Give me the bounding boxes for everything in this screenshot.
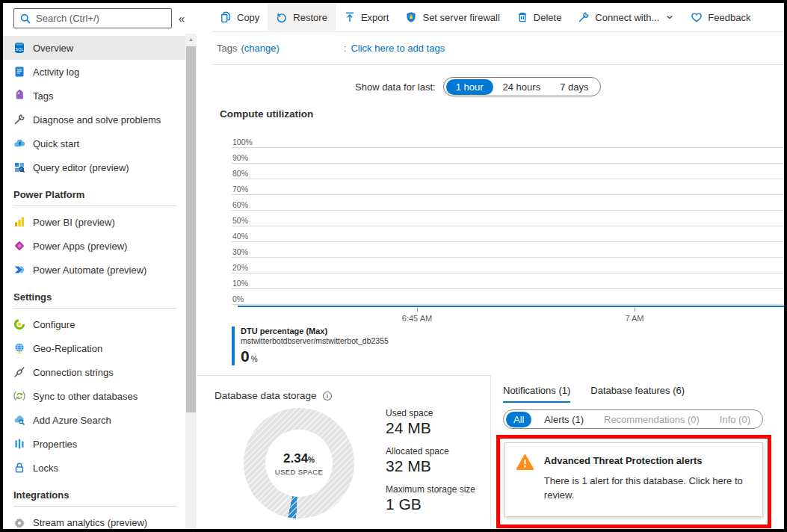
lock-icon xyxy=(13,462,25,474)
chevron-down-icon xyxy=(665,13,674,22)
search-box[interactable] xyxy=(13,8,172,28)
filter-all[interactable]: All xyxy=(506,412,531,427)
dtu-series-line xyxy=(238,306,784,307)
sidebar-item-sync-databases[interactable]: Sync to other databases xyxy=(3,384,185,408)
gridline: 20% xyxy=(232,273,784,273)
legend-text: DTU percentage (Max) mstwitterbotdbserve… xyxy=(241,327,389,365)
search-icon xyxy=(19,13,31,25)
sync-icon xyxy=(13,390,25,402)
filter-alerts[interactable]: Alerts (1) xyxy=(537,412,591,427)
storage-stats: Used space 24 MB Allocated space 32 MB M… xyxy=(386,408,475,522)
export-button[interactable]: Export xyxy=(336,4,398,31)
divider xyxy=(13,308,176,309)
bottom-panels: Database data storage 2.34% USED SPACE xyxy=(197,375,784,529)
sidebar-item-label: Diagnose and solve problems xyxy=(33,114,161,126)
filter-info[interactable]: Info (0) xyxy=(712,412,758,427)
sidebar-item-connection-strings[interactable]: Connection strings xyxy=(3,360,185,384)
restore-button[interactable]: Restore xyxy=(268,4,336,31)
azure-sql-database-overview-window: « SQL Overview Activity log Tags Dia xyxy=(0,0,787,532)
y-tick-label: 90% xyxy=(232,153,248,162)
y-tick-label: 50% xyxy=(232,216,248,225)
sidebar-item-activity-log[interactable]: Activity log xyxy=(3,60,185,84)
connect-with-button[interactable]: Connect with... xyxy=(570,4,682,31)
set-server-firewall-button[interactable]: Set server firewall xyxy=(397,4,507,31)
export-icon xyxy=(344,11,356,23)
y-tick-label: 100% xyxy=(232,137,253,146)
shield-lock-icon xyxy=(405,11,417,23)
button-label: Connect with... xyxy=(595,12,659,23)
sidebar-item-quick-start[interactable]: Quick start xyxy=(3,132,185,155)
copy-button[interactable]: Copy xyxy=(212,4,268,31)
sidebar-item-power-automate[interactable]: Power Automate (preview) xyxy=(3,258,185,282)
stat-label: Allocated space xyxy=(386,446,475,457)
button-label: Export xyxy=(361,12,389,23)
y-tick-label: 40% xyxy=(232,232,248,241)
sql-database-icon: SQL xyxy=(13,42,25,54)
sidebar-item-diagnose[interactable]: Diagnose and solve problems xyxy=(3,108,185,132)
x-tick xyxy=(417,308,418,312)
stat-used-space: Used space 24 MB xyxy=(386,408,475,437)
sidebar-item-label: Locks xyxy=(33,463,58,474)
sidebar-item-label: Tags xyxy=(33,90,53,102)
filter-recommendations[interactable]: Recommendations (0) xyxy=(596,412,707,427)
add-tags-link[interactable]: Click here to add tags xyxy=(351,43,445,54)
button-label: Copy xyxy=(237,12,259,23)
sidebar-item-add-azure-search[interactable]: Add Azure Search xyxy=(3,408,185,432)
properties-icon xyxy=(13,438,25,450)
chart-legend[interactable]: DTU percentage (Max) mstwitterbotdbserve… xyxy=(232,327,389,365)
sidebar-item-properties[interactable]: Properties xyxy=(3,432,185,456)
advanced-threat-protection-alert-card[interactable]: Advanced Threat Protection alerts There … xyxy=(504,442,763,517)
delete-button[interactable]: Delete xyxy=(508,4,570,31)
sidebar-item-query-editor[interactable]: Query editor (preview) xyxy=(3,155,185,179)
sidebar-item-geo-replication[interactable]: Geo-Replication xyxy=(3,336,185,360)
sidebar-header: « xyxy=(3,3,197,34)
sidebar-item-configure[interactable]: Configure xyxy=(3,312,185,336)
y-tick-label: 30% xyxy=(232,247,248,256)
sidebar-item-stream-analytics[interactable]: Stream analytics (preview) xyxy=(3,510,185,532)
sidebar: « SQL Overview Activity log Tags Dia xyxy=(3,3,197,529)
stat-value: 24 MB xyxy=(386,419,475,437)
button-label: Delete xyxy=(534,12,562,23)
stat-allocated-space: Allocated space 32 MB xyxy=(386,446,475,475)
collapse-sidebar-icon[interactable]: « xyxy=(172,12,191,25)
sidebar-item-locks[interactable]: Locks xyxy=(3,456,185,480)
tab-database-features[interactable]: Database features (6) xyxy=(590,385,685,403)
command-bar: Copy Restore Export Set server firewall … xyxy=(212,3,784,32)
sidebar-item-label: Power Apps (preview) xyxy=(33,241,127,252)
alert-text: Advanced Threat Protection alerts There … xyxy=(544,453,750,503)
copy-icon xyxy=(220,11,232,23)
scrollbar-thumb[interactable] xyxy=(186,46,196,412)
power-bi-icon xyxy=(13,216,25,228)
sidebar-item-overview[interactable]: SQL Overview xyxy=(3,36,185,60)
sidebar-group-settings: Settings xyxy=(3,282,185,308)
time-range-option-7-days[interactable]: 7 days xyxy=(550,79,598,95)
info-icon[interactable] xyxy=(322,391,333,401)
storage-body: 2.34% USED SPACE Used space 24 MB Alloca… xyxy=(215,408,490,522)
search-input[interactable] xyxy=(36,13,166,24)
red-highlight-box: Advanced Threat Protection alerts There … xyxy=(496,435,771,528)
power-apps-icon xyxy=(13,240,25,252)
sidebar-item-label: Connection strings xyxy=(33,367,114,378)
time-range-option-24-hours[interactable]: 24 hours xyxy=(493,79,551,95)
sidebar-group-integrations: Integrations xyxy=(3,480,185,506)
sidebar-item-power-bi[interactable]: Power BI (preview) xyxy=(3,210,185,234)
sidebar-item-label: Activity log xyxy=(33,66,79,78)
sidebar-item-label: Quick start xyxy=(33,138,79,149)
sidebar-item-tags[interactable]: Tags xyxy=(3,84,185,108)
tab-notifications[interactable]: Notifications (1) xyxy=(503,385,570,403)
scrollbar-up-arrow-icon[interactable]: ▲ xyxy=(185,34,197,45)
sidebar-scrollbar[interactable]: ▲ xyxy=(185,34,197,529)
stat-label: Maximum storage size xyxy=(386,484,475,495)
compute-utilization-chart[interactable]: 100% 90% 80% 70% 60% 50% 40% 30% 20% 10%… xyxy=(232,147,784,331)
legend-current-value: 0% xyxy=(241,347,389,365)
alert-title: Advanced Threat Protection alerts xyxy=(544,455,750,466)
legend-value-unit: % xyxy=(251,355,258,363)
time-range-option-1-hour[interactable]: 1 hour xyxy=(446,79,493,95)
storage-donut-chart[interactable]: 2.34% USED SPACE xyxy=(244,408,354,519)
feedback-button[interactable]: Feedback xyxy=(682,4,759,31)
sidebar-item-power-apps[interactable]: Power Apps (preview) xyxy=(3,234,185,258)
stat-label: Used space xyxy=(386,408,475,418)
tags-change-link[interactable]: (change) xyxy=(241,43,279,54)
warning-icon xyxy=(516,453,534,471)
sidebar-item-label: Configure xyxy=(33,319,75,330)
